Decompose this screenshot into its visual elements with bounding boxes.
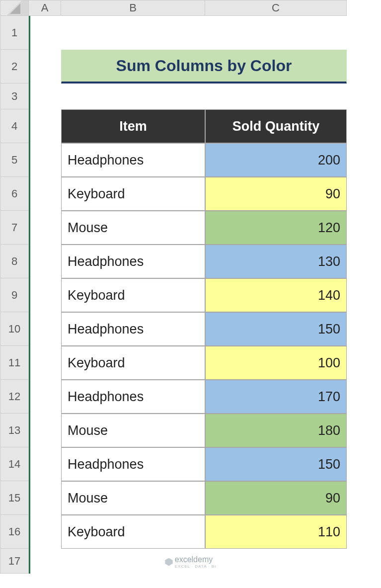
row-header-17[interactable]: 17 (0, 549, 29, 574)
qty-cell[interactable]: 120 (205, 211, 347, 245)
cell-A11[interactable] (29, 346, 61, 380)
item-cell[interactable]: Keyboard (61, 515, 205, 549)
item-cell[interactable]: Headphones (61, 245, 205, 278)
col-header-C[interactable]: C (205, 0, 347, 16)
qty-cell[interactable]: 100 (205, 346, 347, 380)
table-header-item[interactable]: Item (61, 109, 205, 143)
item-cell[interactable]: Keyboard (61, 278, 205, 312)
cell-A17[interactable] (29, 549, 61, 574)
row-header-8[interactable]: 8 (0, 245, 29, 278)
row-header-1[interactable]: 1 (0, 16, 29, 50)
logo-text: exceldemy (175, 555, 213, 564)
logo-icon (165, 558, 173, 566)
cell-C17[interactable] (205, 549, 347, 574)
cell-B3[interactable] (61, 84, 205, 109)
cell-A1[interactable] (29, 16, 61, 50)
cell-A7[interactable] (29, 211, 61, 245)
row-header-9[interactable]: 9 (0, 278, 29, 312)
spreadsheet-grid: A B C 1 2 Sum Columns by Color 3 4 Item … (0, 0, 381, 574)
item-cell[interactable]: Headphones (61, 447, 205, 481)
active-column-indicator (29, 16, 30, 574)
row-header-3[interactable]: 3 (0, 84, 29, 109)
cell-B1[interactable] (61, 16, 205, 50)
qty-cell[interactable]: 90 (205, 481, 347, 515)
row-header-10[interactable]: 10 (0, 312, 29, 346)
item-cell[interactable]: Headphones (61, 312, 205, 346)
item-cell[interactable]: Headphones (61, 143, 205, 177)
cell-A15[interactable] (29, 481, 61, 515)
row-header-16[interactable]: 16 (0, 515, 29, 549)
title-cell[interactable]: Sum Columns by Color (61, 50, 347, 84)
row-header-5[interactable]: 5 (0, 143, 29, 177)
qty-cell[interactable]: 170 (205, 380, 347, 414)
item-cell[interactable]: Mouse (61, 414, 205, 447)
watermark-logo: exceldemy EXCEL · DATA · BI (165, 555, 217, 569)
cell-A6[interactable] (29, 177, 61, 211)
table-header-qty[interactable]: Sold Quantity (205, 109, 347, 143)
qty-cell[interactable]: 150 (205, 447, 347, 481)
row-header-7[interactable]: 7 (0, 211, 29, 245)
cell-A10[interactable] (29, 312, 61, 346)
logo-subtext: EXCEL · DATA · BI (175, 564, 217, 569)
select-all-corner[interactable] (0, 0, 29, 16)
qty-cell[interactable]: 90 (205, 177, 347, 211)
qty-cell[interactable]: 200 (205, 143, 347, 177)
cell-A13[interactable] (29, 414, 61, 447)
cell-C3[interactable] (205, 84, 347, 109)
row-header-12[interactable]: 12 (0, 380, 29, 414)
cell-A16[interactable] (29, 515, 61, 549)
cell-A4[interactable] (29, 109, 61, 143)
cell-A12[interactable] (29, 380, 61, 414)
item-cell[interactable]: Keyboard (61, 346, 205, 380)
qty-cell[interactable]: 180 (205, 414, 347, 447)
row-header-13[interactable]: 13 (0, 414, 29, 447)
cell-A8[interactable] (29, 245, 61, 278)
row-header-14[interactable]: 14 (0, 447, 29, 481)
col-header-A[interactable]: A (29, 0, 61, 16)
col-header-B[interactable]: B (61, 0, 205, 16)
svg-marker-0 (10, 3, 20, 14)
qty-cell[interactable]: 140 (205, 278, 347, 312)
qty-cell[interactable]: 110 (205, 515, 347, 549)
item-cell[interactable]: Keyboard (61, 177, 205, 211)
cell-A2[interactable] (29, 50, 61, 84)
cell-A9[interactable] (29, 278, 61, 312)
item-cell[interactable]: Headphones (61, 380, 205, 414)
item-cell[interactable]: Mouse (61, 211, 205, 245)
row-header-4[interactable]: 4 (0, 109, 29, 143)
qty-cell[interactable]: 130 (205, 245, 347, 278)
cell-C1[interactable] (205, 16, 347, 50)
item-cell[interactable]: Mouse (61, 481, 205, 515)
row-header-11[interactable]: 11 (0, 346, 29, 380)
cell-A5[interactable] (29, 143, 61, 177)
row-header-15[interactable]: 15 (0, 481, 29, 515)
row-header-6[interactable]: 6 (0, 177, 29, 211)
cell-A14[interactable] (29, 447, 61, 481)
row-header-2[interactable]: 2 (0, 50, 29, 84)
cell-A3[interactable] (29, 84, 61, 109)
qty-cell[interactable]: 150 (205, 312, 347, 346)
